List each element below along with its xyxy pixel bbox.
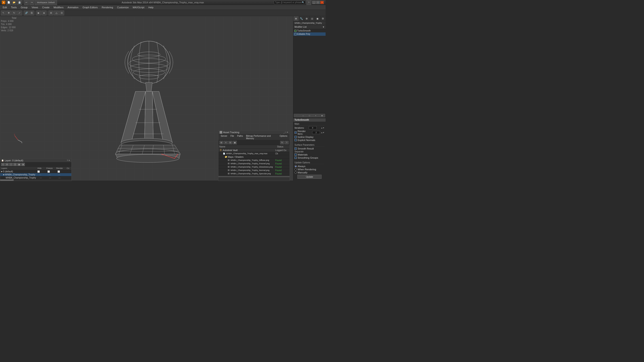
render-btn[interactable]: ▶ [36,10,41,15]
menu-help[interactable]: Help [147,5,156,9]
open-btn[interactable]: 📂 [12,0,16,5]
menu-customize[interactable]: Customize [116,5,130,9]
menu-modifiers[interactable]: Modifiers [52,5,65,9]
rotate-btn[interactable]: ↻ [12,10,16,15]
ts-explicit-checkbox[interactable] [294,139,297,141]
layer-select-btn[interactable]: ↧ [13,163,17,166]
layer-scrollbar[interactable] [0,179,71,181]
asset-row-glossiness[interactable]: 🖼 WNBA_Championship_Trophy_Glossiness.pn… [218,165,290,169]
menu-create[interactable]: Create [40,5,51,9]
maximize-btn[interactable]: □ [316,1,320,4]
vertex-btn[interactable]: · [294,114,300,117]
ts-iterations-input[interactable] [309,126,317,129]
asset-scrollbar-thumb[interactable] [218,176,290,177]
minimize-btn[interactable]: _ [312,1,316,4]
modifier-turbosmooth[interactable]: TurboSmooth [294,29,326,32]
asset-help-btn[interactable]: ? [285,141,289,144]
asset-row-diffuse[interactable]: 🖼 WNBA_Championship_Trophy_Diffuse.png F… [218,159,290,162]
scale-btn[interactable]: ⤢ [17,10,22,15]
layer-row-default[interactable]: ▶ 0 (default) ⬜ ⬜ ⬜ [0,170,71,173]
asset-maximize-btn[interactable]: □ [285,131,286,133]
asset-row-maps-folder[interactable]: 📁 Maps / Shaders [218,155,290,159]
asset-minimize-btn[interactable]: _ [284,131,285,133]
ts-smoothing-groups-checkbox[interactable] [294,157,297,159]
material-btn[interactable]: ◈ [42,10,46,15]
asset-tool-1[interactable]: ⊞ [219,141,224,144]
mirror-btn[interactable]: ⧋ [54,10,59,15]
ts-render-iters-input[interactable] [312,131,320,134]
asset-tool-4[interactable]: ▣ [233,141,237,144]
asset-tool-2[interactable]: ≡ [224,141,228,144]
move-btn[interactable]: ✥ [6,10,11,15]
layer-close-btn[interactable]: ✕ [68,159,70,162]
asset-scrollbar[interactable] [218,175,290,177]
ts-update-btn[interactable]: Update [298,175,321,179]
asset-row-fresnel[interactable]: 🖼 WNBA_Championship_Trophy_Fresnel.png F… [218,162,290,165]
element-btn[interactable]: ◈ [319,114,325,117]
asset-menu-server[interactable]: Server [219,134,228,140]
asset-row-specular[interactable]: 🖼 WNBA_Championship_Trophy_Specular.png … [218,172,290,175]
modifier-editable-poly[interactable]: Editable Poly [294,32,326,36]
create-tab[interactable]: ⊕ [294,16,299,21]
ts-render-iters-spinner[interactable]: ▲▼ [321,132,324,134]
ts-iterations-spinner[interactable]: ▲▼ [321,127,324,129]
ts-when-rendering-radio[interactable] [294,168,297,170]
modify-tab[interactable]: 🔧 [299,16,304,21]
unlink-btn[interactable]: ⛓ [29,10,34,15]
save-btn[interactable]: 💾 [17,0,22,5]
ts-always-radio[interactable] [294,165,297,167]
layer-question-btn[interactable]: ? [67,159,68,162]
search-box[interactable]: 🔍 [274,1,306,4]
close-btn[interactable]: ✕ [320,1,324,4]
layer-highlight-btn[interactable]: ◉ [17,163,21,166]
help-btn[interactable]: ? [306,0,311,5]
search-input[interactable] [275,1,302,3]
layer-row-trophy-1[interactable]: ◉ WNBA_Championship_Trophy — — — [0,173,71,176]
display-tab[interactable]: ◉ [315,16,320,21]
menu-rendering[interactable]: Rendering [100,5,115,9]
menu-graph-editors[interactable]: Graph Editors [81,5,100,9]
asset-row-normal[interactable]: 🖼 WNBA_Championship_Trophy_Normal.png Fo… [218,169,290,172]
asset-row-vault[interactable]: 🗄 Autodesk Vault Logged Ou [218,149,290,152]
layer-delete-btn[interactable]: ✕ [5,163,9,166]
polygon-btn[interactable]: ▪ [313,114,319,117]
asset-close-btn[interactable]: ✕ [287,131,288,133]
border-btn[interactable]: □ [306,114,312,117]
ts-isoline-checkbox[interactable] [294,136,297,138]
hierarchy-tab[interactable]: ⊗ [304,16,310,21]
select-btn[interactable]: ↖ [1,10,6,15]
layer-merge-btn[interactable]: ⊞ [21,163,25,166]
layer-add-btn[interactable]: ↑ [9,163,13,166]
ts-manually-radio[interactable] [294,171,297,174]
menu-maxscript[interactable]: MAXScript [131,5,146,9]
asset-refresh-btn[interactable]: ↻ [280,141,284,144]
redo-btn[interactable]: ↪ [29,0,34,5]
asset-menu-bitmap[interactable]: Bitmap Performance and Memory [245,134,278,140]
layer-scrollbar-thumb[interactable] [0,179,14,181]
link-btn[interactable]: 🔗 [24,10,29,15]
asset-menu-paths[interactable]: Paths [236,134,244,140]
new-btn[interactable]: 📄 [6,0,11,5]
menu-animation[interactable]: Animation [66,5,80,9]
undo-btn[interactable]: ↩ [24,0,29,5]
modifier-list-dropdown[interactable]: ▼ [322,26,324,28]
layer-row-trophy-2[interactable]: · WNBA_Championship_Trophy — — — [0,176,71,179]
asset-menu-file[interactable]: File [229,134,235,140]
layer-new-btn[interactable]: + [1,163,5,166]
object-name-field[interactable]: WNBA_Championship_Trophy [294,21,326,25]
asset-tool-3[interactable]: ⊟ [228,141,232,144]
menu-group[interactable]: Group [19,5,30,9]
ts-materials-checkbox[interactable] [294,153,297,156]
asset-row-max-file[interactable]: 📄 WNBA_Championship_Trophy_max_vray.max … [218,152,290,155]
align-btn[interactable]: ⊟ [59,10,64,15]
asset-menu-options[interactable]: Options [278,134,289,140]
ts-render-iters-checkbox[interactable] [294,131,297,134]
menu-views[interactable]: Views [30,5,40,9]
menu-tools[interactable]: Tools [9,5,18,9]
ts-smooth-result-checkbox[interactable] [294,147,297,150]
menu-edit[interactable]: Edit [1,5,9,9]
snap-btn[interactable]: ⊞ [48,10,54,15]
workspace-btn[interactable]: Workspace: Default [35,0,57,5]
utilities-tab[interactable]: ⚙ [320,16,326,21]
edge-btn[interactable]: ― [300,114,306,117]
